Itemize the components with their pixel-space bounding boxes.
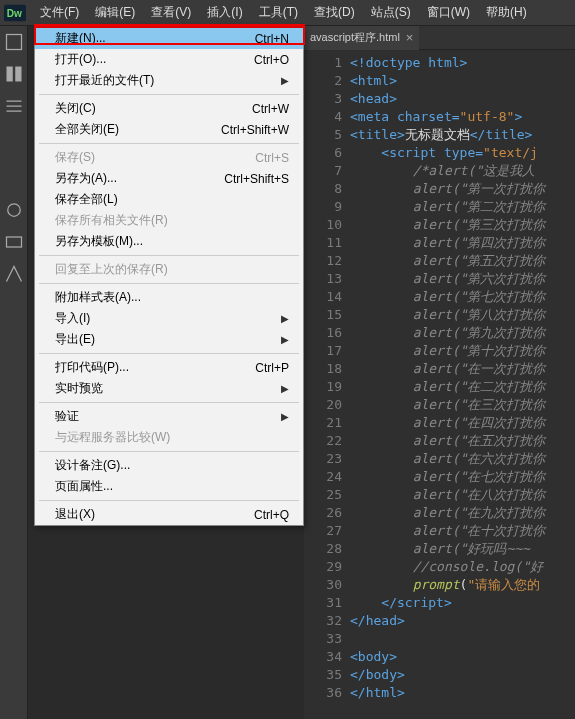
menu-item-e[interactable]: 导出(E)▶	[35, 329, 303, 350]
menu-item-label: 退出(X)	[55, 506, 95, 523]
line-number: 12	[304, 252, 342, 270]
line-number: 7▼	[304, 162, 342, 180]
menu-item-a[interactable]: 另存为(A)...Ctrl+Shift+S	[35, 168, 303, 189]
svg-rect-3	[6, 67, 12, 82]
menu-item-8[interactable]: 帮助(H)	[478, 0, 535, 26]
line-number: 20	[304, 396, 342, 414]
menu-separator	[39, 500, 299, 501]
tool-icon-2[interactable]	[4, 64, 24, 84]
menu-item-p[interactable]: 打印代码(P)...Ctrl+P	[35, 357, 303, 378]
code-line: <meta charset="utf-8">	[350, 108, 575, 126]
line-number: 2▼	[304, 72, 342, 90]
submenu-arrow-icon: ▶	[281, 75, 289, 86]
svg-rect-2	[6, 35, 21, 50]
code-line: <html>	[350, 72, 575, 90]
menu-item-0[interactable]: 文件(F)	[32, 0, 87, 26]
line-number: 10	[304, 216, 342, 234]
code-line: alert("在四次打扰你	[350, 414, 575, 432]
code-lines: <!doctype html><html><head><meta charset…	[350, 54, 575, 702]
code-line: alert("第二次打扰你	[350, 198, 575, 216]
menu-item-label: 回复至上次的保存(R)	[55, 261, 168, 278]
code-line: </html>	[350, 684, 575, 702]
line-number: 32	[304, 612, 342, 630]
code-line: alert("在九次打扰你	[350, 504, 575, 522]
menu-item-g[interactable]: 设计备注(G)...	[35, 455, 303, 476]
line-number: 34	[304, 648, 342, 666]
code-line: alert("第十次打扰你	[350, 342, 575, 360]
menu-item-[interactable]: 验证▶	[35, 406, 303, 427]
menu-item-label: 保存(S)	[55, 149, 95, 166]
tool-icon-1[interactable]	[4, 32, 24, 52]
menu-item-label: 保存全部(L)	[55, 191, 118, 208]
file-tab[interactable]: avascript程序.html ×	[304, 26, 419, 50]
menu-item-[interactable]: 页面属性...	[35, 476, 303, 497]
menu-item-m[interactable]: 另存为模板(M)...	[35, 231, 303, 252]
menu-item-c[interactable]: 关闭(C)Ctrl+W	[35, 98, 303, 119]
code-line: alert("第九次打扰你	[350, 324, 575, 342]
code-line: </head>	[350, 612, 575, 630]
code-line: alert("在十次打扰你	[350, 522, 575, 540]
line-number: 16	[304, 324, 342, 342]
svg-point-5	[7, 204, 20, 217]
menu-item-5[interactable]: 查找(D)	[306, 0, 363, 26]
line-number: 31	[304, 594, 342, 612]
line-number: 5	[304, 126, 342, 144]
code-line: alert("第五次打扰你	[350, 252, 575, 270]
code-line: //console.log("好	[350, 558, 575, 576]
code-line: alert("好玩吗~~~	[350, 540, 575, 558]
code-line: alert("在一次打扰你	[350, 360, 575, 378]
menu-item-s: 保存(S)Ctrl+S	[35, 147, 303, 168]
menu-separator	[39, 94, 299, 95]
app-logo-dw: Dw	[4, 0, 26, 26]
line-number: 18	[304, 360, 342, 378]
tool-icon-4[interactable]	[4, 200, 24, 220]
menu-item-a[interactable]: 附加样式表(A)...	[35, 287, 303, 308]
tool-icon-5[interactable]	[4, 232, 24, 252]
menu-separator	[39, 353, 299, 354]
menu-item-[interactable]: 实时预览▶	[35, 378, 303, 399]
menu-item-e[interactable]: 全部关闭(E)Ctrl+Shift+W	[35, 119, 303, 140]
menubar: Dw 文件(F)编辑(E)查看(V)插入(I)工具(T)查找(D)站点(S)窗口…	[0, 0, 575, 26]
menu-item-7[interactable]: 窗口(W)	[419, 0, 478, 26]
menu-item-6[interactable]: 站点(S)	[363, 0, 419, 26]
menu-item-r: 保存所有相关文件(R)	[35, 210, 303, 231]
menu-item-label: 导出(E)	[55, 331, 95, 348]
menu-item-l[interactable]: 保存全部(L)	[35, 189, 303, 210]
menu-item-o[interactable]: 打开(O)...Ctrl+O	[35, 49, 303, 70]
menu-item-t[interactable]: 打开最近的文件(T)▶	[35, 70, 303, 91]
tab-label: avascript程序.html	[310, 30, 400, 45]
menu-item-n[interactable]: 新建(N)...Ctrl+N	[35, 28, 303, 49]
tool-icon-6[interactable]	[4, 264, 24, 284]
menu-item-shortcut: Ctrl+W	[252, 102, 289, 116]
menu-item-shortcut: Ctrl+N	[255, 32, 289, 46]
left-toolstrip	[0, 26, 28, 719]
menu-item-label: 打印代码(P)...	[55, 359, 129, 376]
line-number: 11	[304, 234, 342, 252]
tool-icon-3[interactable]	[4, 96, 24, 116]
code-line: alert("第四次打扰你	[350, 234, 575, 252]
submenu-arrow-icon: ▶	[281, 313, 289, 324]
code-line: alert("在二次打扰你	[350, 378, 575, 396]
menu-item-2[interactable]: 查看(V)	[143, 0, 199, 26]
line-number: 6▼	[304, 144, 342, 162]
code-line	[350, 630, 575, 648]
menu-item-x[interactable]: 退出(X)Ctrl+Q	[35, 504, 303, 525]
line-number: 15	[304, 306, 342, 324]
line-number: 17	[304, 342, 342, 360]
line-number: 1	[304, 54, 342, 72]
code-line: alert("在七次打扰你	[350, 468, 575, 486]
menu-item-r: 回复至上次的保存(R)	[35, 259, 303, 280]
menu-item-label: 全部关闭(E)	[55, 121, 119, 138]
menu-item-label: 实时预览	[55, 380, 103, 397]
menu-item-label: 新建(N)...	[55, 30, 106, 47]
close-icon[interactable]: ×	[406, 30, 414, 45]
code-editor[interactable]: 12▼3▼456▼7▼89101112131415161718192021222…	[304, 50, 575, 719]
menu-item-shortcut: Ctrl+S	[255, 151, 289, 165]
menu-item-4[interactable]: 工具(T)	[251, 0, 306, 26]
code-line: alert("第六次打扰你	[350, 270, 575, 288]
code-line: alert("第八次打扰你	[350, 306, 575, 324]
menu-item-i[interactable]: 导入(I)▶	[35, 308, 303, 329]
menu-item-3[interactable]: 插入(I)	[199, 0, 250, 26]
code-line: <body>	[350, 648, 575, 666]
menu-item-1[interactable]: 编辑(E)	[87, 0, 143, 26]
